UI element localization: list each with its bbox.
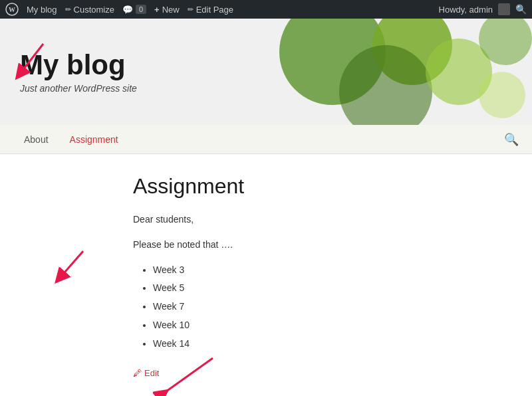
site-nav: About Assignment 🔍 bbox=[0, 125, 532, 154]
site-tagline: Just another WordPress site bbox=[20, 83, 137, 94]
nav-item-assignment[interactable]: Assignment bbox=[59, 126, 129, 153]
annotation-arrow-edit bbox=[153, 355, 219, 396]
comments-link[interactable]: 💬 0 bbox=[122, 5, 146, 15]
main-wrapper: Assignment Dear students, Please be note… bbox=[0, 154, 532, 396]
site-name-link[interactable]: My blog bbox=[27, 5, 57, 15]
content-para-1: Dear students, bbox=[133, 212, 505, 228]
pencil-icon: ✏ bbox=[65, 5, 71, 14]
admin-avatar[interactable] bbox=[498, 3, 510, 15]
search-icon[interactable]: 🔍 bbox=[515, 4, 527, 15]
circle-light-medium bbox=[426, 39, 492, 105]
edit-link[interactable]: 🖉 Edit bbox=[133, 368, 159, 378]
edit-page-link[interactable]: ✏ Edit Page bbox=[188, 5, 233, 15]
edit-icon: ✏ bbox=[188, 5, 194, 14]
howdy-label: Howdy, admin bbox=[439, 5, 493, 15]
customize-link[interactable]: ✏ Customize bbox=[65, 5, 114, 15]
list-item-week10: Week 10 bbox=[153, 318, 505, 334]
comment-icon: 💬 bbox=[122, 5, 133, 15]
plus-icon: + bbox=[154, 5, 160, 15]
circle-lime-small bbox=[479, 72, 525, 118]
site-title: My blog bbox=[20, 50, 137, 80]
admin-bar: W My blog ✏ Customize 💬 0 + New ✏ Edit P… bbox=[0, 0, 532, 19]
list-item-week7: Week 7 bbox=[153, 299, 505, 315]
svg-line-4 bbox=[166, 358, 213, 391]
circle-green-small bbox=[479, 19, 532, 65]
list-item-week14: Week 14 bbox=[153, 336, 505, 352]
content-para-2: Please be noted that …. bbox=[133, 237, 505, 253]
circle-green-medium bbox=[372, 19, 452, 85]
hero-decoration bbox=[213, 19, 532, 125]
site-title-block: My blog Just another WordPress site bbox=[20, 50, 137, 94]
nav-link-about[interactable]: About bbox=[13, 126, 59, 153]
pencil-edit-icon: 🖉 bbox=[133, 368, 142, 378]
content-area: Assignment Dear students, Please be note… bbox=[0, 154, 532, 396]
svg-text:W: W bbox=[9, 6, 15, 13]
nav-search-icon[interactable]: 🔍 bbox=[504, 132, 519, 147]
page-title: Assignment bbox=[133, 174, 505, 199]
weeks-list: Week 3 Week 5 Week 7 Week 10 Week 14 bbox=[153, 262, 505, 352]
site-header: My blog Just another WordPress site bbox=[0, 19, 532, 125]
wp-logo-icon[interactable]: W bbox=[5, 3, 19, 16]
nav-link-assignment[interactable]: Assignment bbox=[59, 126, 129, 153]
circle-dark-large bbox=[279, 19, 386, 105]
new-content-link[interactable]: + New bbox=[154, 5, 180, 15]
nav-item-about[interactable]: About bbox=[13, 126, 59, 153]
nav-menu: About Assignment bbox=[13, 126, 129, 153]
list-item-week3: Week 3 bbox=[153, 262, 505, 278]
page-content: Dear students, Please be noted that …. W… bbox=[133, 212, 505, 352]
circle-dark-medium bbox=[339, 45, 432, 125]
list-item-week5: Week 5 bbox=[153, 280, 505, 296]
